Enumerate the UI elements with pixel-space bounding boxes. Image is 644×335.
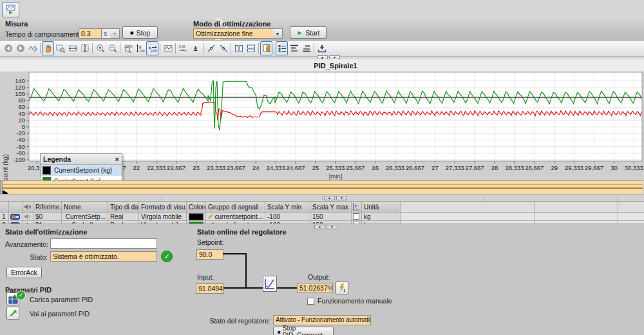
export-icon[interactable] [316,41,328,55]
align-bottom-icon[interactable] [300,41,312,55]
svg-text:27,333: 27,333 [446,164,464,171]
ruler-horizontal-icon[interactable] [217,41,229,55]
svg-text:[min]: [min] [329,173,343,180]
tuning-state-field: Sistema è ottimizzato. [50,251,157,262]
svg-text:22,333: 22,333 [147,164,166,171]
split-horizontal-icon[interactable] [245,41,257,55]
title-strip [0,0,644,19]
progress-field[interactable] [50,238,157,249]
close-icon[interactable]: × [115,156,119,163]
output-unit: % [328,283,333,292]
svg-text:29,667: 29,667 [585,164,603,171]
col-header-format[interactable]: Formato di visu.. [139,202,187,213]
split-vertical-icon[interactable] [232,41,245,55]
error-ack-button[interactable]: ErrorAck [6,267,42,278]
autoscale-checkbox[interactable] [353,213,359,220]
col-header-color[interactable]: Colore [187,202,206,213]
manual-value-button[interactable]: 1 [336,282,348,294]
snap-curve-icon[interactable] [26,41,39,55]
stop-pid-compact-button[interactable]: ■ Stop PID_Compact [273,327,334,335]
col-header-unit[interactable]: Unità [362,202,401,213]
svg-text:29: 29 [551,164,558,171]
splitter-handle[interactable]: ▲ ▼ [314,225,337,229]
svg-text:-100: -100 [13,156,25,163]
cell-color[interactable] [187,213,206,221]
sampling-time-unit: s [101,28,111,39]
signal-table: Riferime.. Nome Tipo di dati Formato di … [0,201,644,224]
trace-view-button[interactable] [2,2,19,17]
color-swatch[interactable] [189,213,204,220]
svg-text:23,667: 23,667 [227,164,245,171]
manual-mode-checkbox[interactable] [307,298,314,305]
col-header-name[interactable]: Nome [62,202,108,213]
pan-hand-icon[interactable] [42,41,54,55]
legend-panel-icon[interactable] [260,41,272,55]
toolbar-separator [120,43,120,53]
controller-status-title: Stato online del regolatore [197,228,287,236]
time-absolute-icon[interactable]: 0:00t [177,41,189,55]
collapse-up-icon[interactable]: ▲ [324,196,335,200]
sampling-time-dropdown-arrow[interactable]: ▼ [110,28,120,39]
collapse-down-icon[interactable]: ▼ [336,196,347,200]
cell-filler [401,213,535,221]
overview-curve-upper [2,184,643,185]
autoscale-x-icon[interactable]: x100% [146,41,158,55]
toolbar-separator [175,43,176,53]
cell-ref: $0 [33,213,62,221]
col-header-group[interactable]: Gruppo di segnali [206,202,265,213]
tuning-start-button[interactable]: ► Start [290,26,327,39]
svg-text:30,333: 30,333 [625,164,643,171]
svg-text:26: 26 [372,164,379,171]
goto-pid-params-label: Vai ai parametri PID [30,310,90,318]
trace-icon [6,4,16,15]
collapse-down-icon[interactable]: ▼ [327,225,337,229]
cell-group[interactable]: currentsetpoint... [206,213,265,221]
svg-text:100: 100 [355,209,359,211]
zoom-in-icon[interactable] [94,41,106,55]
zoom-selection-icon[interactable] [54,41,66,55]
wire-input-h [223,287,263,289]
zoom-vertical-icon[interactable] [79,41,91,55]
goto-pid-params-button[interactable] [6,307,19,320]
legend-header[interactable]: Legenda × [41,154,122,165]
play-icon: ► [296,29,303,36]
sampling-time-input[interactable]: 0.3 [79,28,102,39]
scroll-mark [161,196,162,200]
collapse-up-icon[interactable]: ▲ [314,225,325,229]
align-top-icon[interactable] [288,41,300,55]
input-label: Input: [197,273,214,281]
pid-curve-icon [264,278,276,290]
overview-curve-lower [2,187,643,189]
signal-list-icon[interactable] [276,41,288,55]
audio-icon-header [23,202,33,213]
table-row[interactable]: 1 $0 CurrentSetp... Real Virgola mobile … [0,213,644,221]
splitter-handle[interactable]: ▲ ▼ [324,196,347,200]
zoom-out-icon[interactable] [106,41,118,55]
wire-setpoint-v [245,253,247,289]
pid-controller-block[interactable] [263,276,277,292]
speaker-icon[interactable] [23,213,33,221]
zoom-horizontal-icon[interactable] [66,41,79,55]
col-header-ref[interactable]: Riferime.. [33,202,62,213]
toolbar-separator [203,43,204,53]
ruler-vertical-icon[interactable] [205,41,217,55]
legend-item-currentsetpoint[interactable]: CurrentSetpoint (kg) [41,165,122,176]
autoscale-y-icon[interactable]: y100 [134,41,146,55]
forward-icon[interactable] [14,41,26,55]
measure-stop-button[interactable]: ■ Stop [122,26,158,39]
col-header-type[interactable]: Tipo di dati [108,202,139,213]
svg-text:30: 30 [611,164,618,171]
zoom-100-icon[interactable]: 100% [122,41,134,55]
tuning-mode-select[interactable]: Ottimizzazione fine [193,28,274,39]
col-header-ymin[interactable]: Scala Y min [265,202,310,213]
trend-chart[interactable]: CurrentSetpoint (kg) 140120100806040200-… [0,72,644,180]
stop-square-icon: ■ [278,329,281,335]
time-relative-icon[interactable]: ± [189,41,202,55]
col-header-ymax[interactable]: Scala Y max [310,202,352,213]
autoscale-header: y100 [352,202,362,213]
wire-output-h [277,287,297,289]
curve-overview-icon[interactable] [162,41,174,55]
tuning-mode-dropdown-arrow[interactable]: ▼ [273,28,283,39]
back-icon[interactable] [2,41,14,55]
cell-autoscale[interactable] [352,213,362,221]
